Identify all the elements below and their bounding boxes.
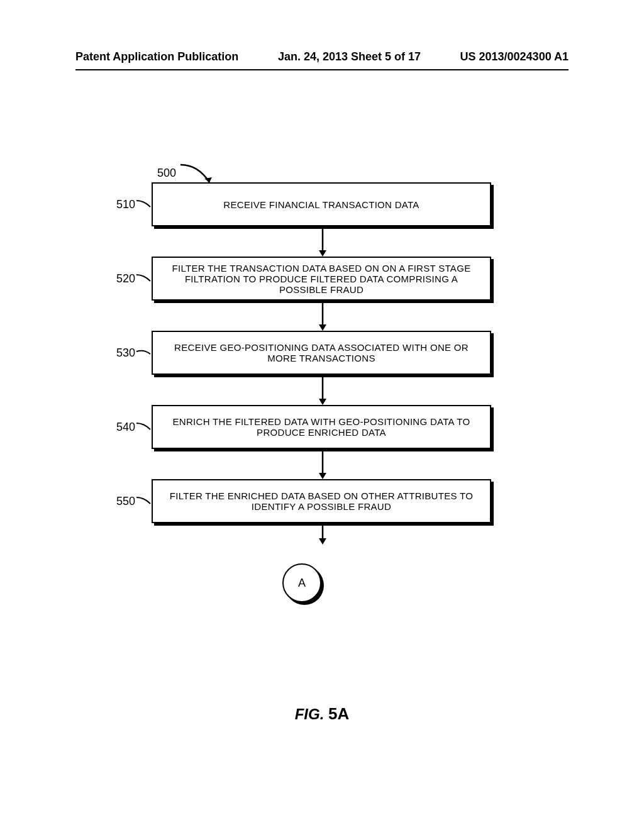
ref-hook-icon [135,274,152,284]
svg-marker-10 [319,538,326,545]
header-right: US 2013/0024300 A1 [460,50,569,64]
page: Patent Application Publication Jan. 24, … [0,0,644,830]
arrow-down-icon [110,226,494,257]
page-header: Patent Application Publication Jan. 24, … [0,50,644,64]
ref-hook-icon [135,422,152,432]
step-row: 530 RECEIVE GEO-POSITIONING DATA ASSOCIA… [110,331,494,375]
step-row: 520 FILTER THE TRANSACTION DATA BASED ON… [110,257,494,301]
step-row: 510 RECEIVE FINANCIAL TRANSACTION DATA [110,182,494,226]
figure-prefix: FIG. [295,706,328,722]
connector-label: A [298,577,306,590]
figure-label: FIG. 5A [0,704,644,724]
ref-hook-icon [135,199,152,209]
header-rule [75,69,569,70]
off-page-connector: A [110,545,494,607]
header-left: Patent Application Publication [75,50,238,64]
step-text: RECEIVE FINANCIAL TRANSACTION DATA [223,199,419,210]
ref-550: 550 [110,495,135,508]
step-text: RECEIVE GEO-POSITIONING DATA ASSOCIATED … [162,342,481,363]
step-text: FILTER THE ENRICHED DATA BASED ON OTHER … [162,490,481,512]
ref-520: 520 [110,272,135,285]
ref-hook-icon [135,496,152,506]
step-box-530: RECEIVE GEO-POSITIONING DATA ASSOCIATED … [152,331,491,375]
step-box-520: FILTER THE TRANSACTION DATA BASED ON ON … [152,257,491,301]
svg-marker-4 [319,324,326,331]
flowchart: 500 510 RECEIVE FINANCIAL TRANSACTION DA… [110,163,494,607]
step-text: ENRICH THE FILTERED DATA WITH GEO-POSITI… [162,416,481,438]
step-text: FILTER THE TRANSACTION DATA BASED ON ON … [162,263,481,295]
arrow-down-icon [110,523,494,545]
step-row: 550 FILTER THE ENRICHED DATA BASED ON OT… [110,479,494,523]
arrow-down-icon [110,301,494,331]
svg-marker-2 [319,250,326,257]
ref-540: 540 [110,421,135,434]
arrow-down-icon [110,449,494,479]
arrow-down-icon [110,375,494,405]
svg-marker-8 [319,473,326,479]
step-row: 540 ENRICH THE FILTERED DATA WITH GEO-PO… [110,405,494,449]
ref-530: 530 [110,346,135,360]
svg-marker-6 [319,399,326,405]
step-box-510: RECEIVE FINANCIAL TRANSACTION DATA [152,182,491,226]
header-center: Jan. 24, 2013 Sheet 5 of 17 [238,50,460,64]
ref-hook-icon [135,348,152,358]
diagram-leader: 500 [110,163,494,182]
figure-number: 5A [328,704,349,723]
ref-510: 510 [110,198,135,211]
ref-500: 500 [157,167,176,180]
step-box-540: ENRICH THE FILTERED DATA WITH GEO-POSITI… [152,405,491,449]
step-box-550: FILTER THE ENRICHED DATA BASED ON OTHER … [152,479,491,523]
